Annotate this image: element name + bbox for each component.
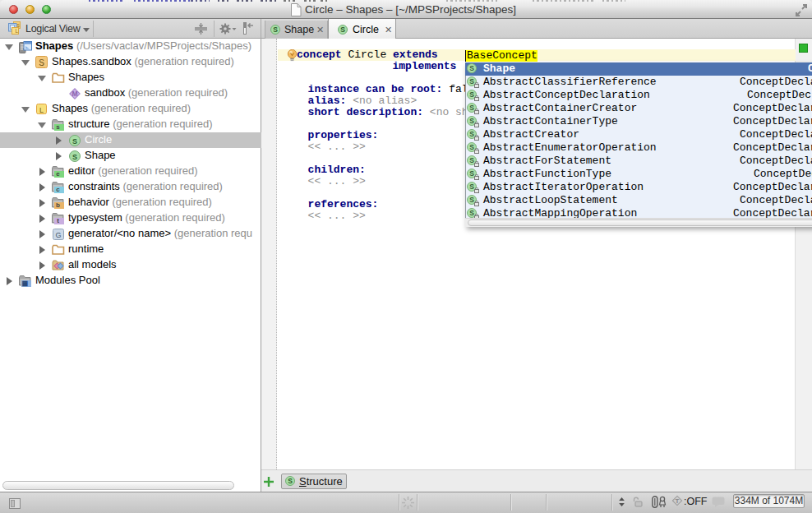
svg-text:G: G <box>55 230 61 238</box>
svg-text:S: S <box>72 137 77 146</box>
svg-text:S: S <box>39 58 44 67</box>
svg-text:L: L <box>39 105 44 113</box>
svg-text:▦: ▦ <box>22 280 29 287</box>
svg-text:L: L <box>16 28 19 34</box>
svg-text:M: M <box>72 90 77 98</box>
svg-text:b: b <box>56 201 60 209</box>
svg-text:e: e <box>56 170 60 178</box>
svg-text:s: s <box>56 123 60 131</box>
svg-text:T: T <box>676 497 680 505</box>
svg-text:S: S <box>72 153 77 161</box>
svg-text:c: c <box>56 186 60 193</box>
svg-text:t: t <box>57 217 59 224</box>
